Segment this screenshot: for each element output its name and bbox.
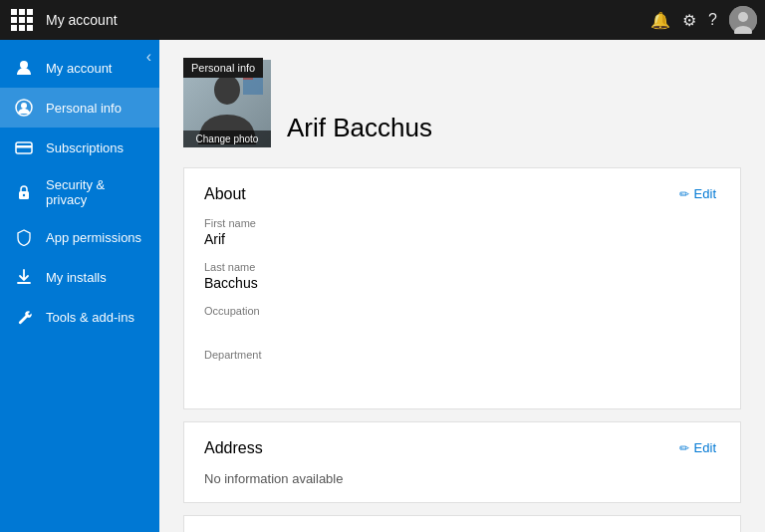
address-no-info: No information available [204,471,720,486]
svg-point-9 [23,194,25,196]
svg-point-3 [20,61,28,69]
profile-name: Arif Bacchus [287,113,432,143]
first-name-label: First name [204,217,720,229]
occupation-label: Occupation [204,305,720,317]
sidebar-item-tools-addins[interactable]: Tools & add-ins [0,297,159,337]
download-icon [14,267,34,287]
about-title: About [204,185,246,203]
address-title: Address [204,439,263,457]
sidebar-item-subscriptions-label: Subscriptions [46,140,124,155]
department-field: Department [204,349,720,379]
profile-header: Personal info [183,60,741,147]
first-name-value: Arif [204,231,720,247]
sidebar-item-app-permissions[interactable]: App permissions [0,217,159,257]
content-area: Personal info [159,40,765,532]
main-layout: ‹ My account [0,40,765,532]
gear-icon[interactable]: ⚙ [682,11,696,30]
last-name-field: Last name Bacchus [204,261,720,291]
person-circle-icon [14,98,34,118]
topbar: My account 🔔 ⚙ ? [0,0,765,40]
svg-point-1 [738,12,748,22]
profile-name-container: Arif Bacchus [287,113,432,147]
sidebar-item-personal-info[interactable]: Personal info [0,88,159,128]
person-icon [14,58,34,78]
contact-card: Contact details ✏ Edit Email arif@onmsft… [183,515,741,532]
svg-point-5 [21,103,27,109]
address-edit-pencil-icon: ✏ [679,441,689,455]
bell-icon[interactable]: 🔔 [650,11,670,30]
sidebar-nav: My account Personal info [0,48,159,337]
sidebar: ‹ My account [0,40,159,532]
about-edit-button[interactable]: ✏ Edit [675,184,720,203]
department-value [204,363,720,379]
sidebar-item-security-privacy[interactable]: Security & privacy [0,167,159,217]
sidebar-item-app-permissions-label: App permissions [46,230,141,245]
about-edit-label: Edit [694,186,716,201]
change-photo-label[interactable]: Change photo [183,131,271,147]
wrench-icon [14,307,34,327]
first-name-field: First name Arif [204,217,720,247]
sidebar-item-subscriptions[interactable]: Subscriptions [0,128,159,167]
sidebar-item-my-installs-label: My installs [46,270,107,285]
svg-rect-7 [16,145,32,148]
apps-icon[interactable] [8,6,36,34]
address-card: Address ✏ Edit No information available [183,421,741,503]
sidebar-item-my-account-label: My account [46,61,112,76]
sidebar-item-my-installs[interactable]: My installs [0,257,159,297]
help-icon[interactable]: ? [708,11,717,29]
edit-pencil-icon: ✏ [679,187,689,201]
address-edit-button[interactable]: ✏ Edit [675,438,720,457]
profile-photo-container: Personal info [183,60,271,147]
department-label: Department [204,349,720,361]
lock-icon [14,182,34,202]
about-card-header: About ✏ Edit [204,184,720,203]
sidebar-item-my-account[interactable]: My account [0,48,159,88]
sidebar-item-tools-label: Tools & add-ins [46,310,134,325]
sidebar-item-personal-info-label: Personal info [46,101,122,116]
last-name-value: Bacchus [204,275,720,291]
avatar[interactable] [729,6,757,34]
card-icon [14,137,34,157]
last-name-label: Last name [204,261,720,273]
profile-tooltip: Personal info [183,58,263,78]
occupation-value [204,319,720,335]
occupation-field: Occupation [204,305,720,335]
svg-point-12 [214,75,240,105]
shield-icon [14,227,34,247]
address-edit-label: Edit [694,440,716,455]
sidebar-item-security-label: Security & privacy [46,177,145,207]
about-card: About ✏ Edit First name Arif Last name B… [183,167,741,409]
topbar-title: My account [46,12,118,28]
address-card-header: Address ✏ Edit [204,438,720,457]
